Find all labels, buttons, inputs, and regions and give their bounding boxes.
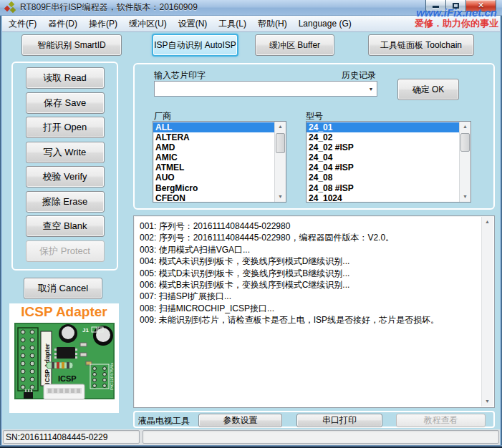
log-lines: 001: 序列号：20161114084445-022980 002: 序列号：… [134,216,481,407]
parameter-settings-button[interactable]: 参数设置 [198,414,282,427]
minimize-button[interactable] [425,0,446,12]
model-item[interactable]: 24_1024 [306,193,459,202]
maximize-button[interactable] [446,0,465,12]
read-button[interactable]: 读取 Read [26,67,105,89]
scroll-thumb[interactable] [460,133,470,152]
model-item[interactable]: 24_02 [306,132,459,142]
auto-isp-button[interactable]: ISP自动识别 AutoISP [152,34,238,57]
log-line: 008: 扫描MICROCHIP_ICSP接口... [140,303,481,314]
window-border-left [0,16,2,448]
app-logo-icon [4,2,16,13]
log-line: 005: 模式D未识别到板卡，变换线序到模式B继续识别... [140,268,481,279]
open-button[interactable]: 打开 Open [26,117,105,138]
scroll-up-icon[interactable] [460,122,470,132]
log-line: 006: 模式B未识别到板卡，变换线序到模式C继续识别... [140,279,481,291]
lcd-tv-tools-label: 液晶电视工具 [138,415,190,427]
scroll-down-icon[interactable] [275,192,286,202]
erase-button[interactable]: 擦除 Erase [26,191,105,213]
scroll-thumb[interactable] [276,133,285,153]
log-line: 003: 使用模式A扫描VGA口... [140,244,481,255]
menu-device[interactable]: 器件(D) [42,16,83,32]
window-controls: ✕ [425,0,496,12]
buffer-button[interactable]: 缓冲区 Buffer [255,34,334,56]
menu-settings[interactable]: 设置(N) [173,16,213,32]
menu-help[interactable]: 帮助(H) [252,16,293,32]
scroll-up-icon[interactable] [482,217,493,227]
vendor-scrollbar[interactable] [274,122,286,202]
scroll-up-icon[interactable] [275,122,286,132]
chevron-down-icon[interactable] [365,87,377,92]
window-title: RT809F串行ISP编程器，软件版本：20160909 [20,1,198,14]
menu-file[interactable]: 文件(F) [3,16,42,32]
model-listbox: 24_01 24_02 24_02 #ISP 24_04 24_04 #ISP … [306,121,471,203]
model-item[interactable]: 24_04 [306,152,459,162]
log-scrollbar[interactable] [481,217,493,406]
app-window: RT809F串行ISP编程器，软件版本：20160909 ✕ www.iFix.… [0,0,502,448]
close-button[interactable]: ✕ [465,0,496,12]
model-item[interactable]: 24_01 [306,122,459,132]
cancel-button[interactable]: 取消 Cancel [24,278,102,299]
menu-operation[interactable]: 操作(P) [83,16,123,32]
tutorial-view-button[interactable]: 教程查看 [396,414,486,427]
serial-number-status: SN:20161114084445-0229 [3,430,140,444]
scroll-down-icon[interactable] [460,192,470,202]
smart-id-button[interactable]: 智能识别 SmartID [21,34,122,56]
vendor-item[interactable]: CFEON [153,193,274,202]
vendor-listbox: ALL ALTERA AMD AMIC ATMEL AUO BergMicro … [153,121,286,203]
log-line: 001: 序列号：20161114084445-022980 [140,220,481,232]
vendor-item[interactable]: AUO [153,172,274,182]
log-line: 007: 扫描SPI扩展接口... [140,291,481,302]
model-list: 24_01 24_02 24_02 #ISP 24_04 24_04 #ISP … [306,122,459,202]
menu-language[interactable]: Language (G) [293,16,357,31]
chip-marking-combobox[interactable] [154,81,377,97]
model-item[interactable]: 24_04 #ISP [306,162,459,172]
svg-text:J1: J1 [82,327,89,333]
model-scrollbar[interactable] [459,122,470,202]
action-button-panel: 读取 Read 保存 Save 打开 Open 写入 Write 校验 Veri… [11,62,118,271]
svg-text:PIC12F675/6x: PIC12F675/6x [110,363,114,390]
ok-button[interactable]: 确定 OK [397,79,459,100]
vendor-item[interactable]: ALL [153,122,274,132]
window-border-bottom [0,445,502,448]
maximize-icon [453,3,459,9]
icsp-adapter-title: ICSP Adapter [9,303,119,320]
vendor-list: ALL ALTERA AMD AMIC ATMEL AUO BergMicro … [153,122,274,202]
vendor-item[interactable]: BergMicro [153,183,274,193]
toolchain-button[interactable]: 工具链面板 Toolchain [368,34,474,56]
log-line: 009: 未能识别到芯片，请检查板卡是否上电，ISP线是否接好，芯片是否损坏。 [140,314,481,326]
vendor-item[interactable]: AMD [153,142,274,152]
vendor-item[interactable]: ATMEL [153,162,274,172]
log-line: 004: 模式A未识别到板卡，变换线序到模式D继续识别... [140,255,481,267]
log-output-panel: 001: 序列号：20161114084445-022980 002: 序列号：… [133,215,495,408]
minimize-icon [433,6,439,8]
serial-print-button[interactable]: 串口打印 [296,414,382,427]
status-bar-right-section [143,430,499,444]
chip-input-label: 输入芯片印字 [154,69,206,82]
svg-text:ICSP: ICSP [58,374,77,383]
status-bar: SN:20161114084445-0229 [2,429,500,445]
icsp-adapter-board-image: ICSP Adapter J1 ICSP [11,321,117,401]
model-item[interactable]: 24_08 [306,172,459,182]
slogan-text: 爱修．助力你的事业 [415,17,502,30]
save-button[interactable]: 保存 Save [26,92,105,114]
history-label: 历史记录 [342,69,376,82]
blank-check-button[interactable]: 查空 Blank [26,215,105,237]
close-icon: ✕ [478,0,484,11]
model-item[interactable]: 24_02 #ISP [306,142,459,152]
scroll-down-icon[interactable] [482,396,493,406]
write-button[interactable]: 写入 Write [26,142,105,163]
icsp-adapter-image: ICSP Adapter ICSP Adapter [9,303,119,413]
verify-button[interactable]: 校验 Verify [26,166,105,188]
menu-buffer[interactable]: 缓冲区(U) [123,16,173,32]
model-item[interactable]: 24_08 #ISP [306,183,459,193]
protect-button[interactable]: 保护 Protect [26,240,105,262]
menu-tools[interactable]: 工具(L) [213,16,252,32]
vendor-item[interactable]: AMIC [153,152,274,162]
log-line: 002: 序列号：20161114084445-022980，编程器固件版本：V… [140,232,481,243]
menu-bar: 文件(F) 器件(D) 操作(P) 缓冲区(U) 设置(N) 工具(L) 帮助(… [0,16,502,32]
vendor-item[interactable]: ALTERA [153,132,274,142]
